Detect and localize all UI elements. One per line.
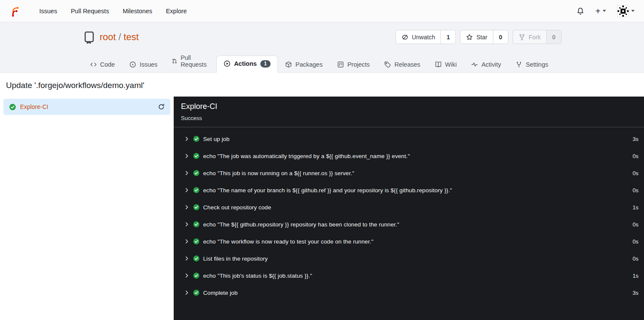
step-row[interactable]: Set up job 3s [174,130,644,147]
step-row[interactable]: echo "The job was automatically triggere… [174,147,644,164]
step-row[interactable]: Check out repository code 1s [174,199,644,216]
nav-link-pull-requests[interactable]: Pull Requests [64,4,116,18]
fork-icon [519,34,525,41]
step-duration: 0s [632,170,638,176]
tab-wiki[interactable]: Wiki [428,56,464,73]
tab-label: Activity [481,61,501,68]
step-name: echo "The job was automatically triggere… [203,153,410,159]
chevron-right-icon[interactable] [184,290,190,296]
job-title: Explore-CI [181,102,637,111]
forgejo-logo-icon[interactable] [9,6,20,17]
repo-owner-link[interactable]: root [100,32,116,43]
chevron-right-icon[interactable] [184,170,190,176]
tab-label: Actions [234,60,256,67]
chevron-down-icon [603,10,606,12]
chevron-right-icon[interactable] [184,255,190,261]
chevron-right-icon[interactable] [184,187,190,193]
step-duration: 0s [632,221,638,228]
tab-label: Settings [526,61,548,68]
step-row[interactable]: List files in the repository 0s [174,250,644,267]
tab-pull-requests[interactable]: Pull Requests [165,50,216,73]
repo-header: root / test Unwatch 1 [0,22,644,73]
nav-link-explore[interactable]: Explore [159,4,194,18]
chevron-down-icon [631,10,635,12]
chevron-right-icon[interactable] [184,153,190,159]
breadcrumb-separator: / [118,32,121,43]
tab-label: Code [100,61,115,68]
step-name: echo "The name of your branch is ${{ git… [203,187,452,194]
avatar [617,5,629,17]
actions-count-badge: 1 [260,60,271,68]
repo-name-link[interactable]: test [124,32,139,43]
step-row[interactable]: echo "The name of your branch is ${{ git… [174,182,644,199]
jobs-sidebar: Explore-CI [0,97,174,320]
tab-label: Projects [347,61,370,68]
navbar-right: + [577,5,635,17]
tab-label: Pull Requests [181,54,209,68]
sidebar-job-explore-ci[interactable]: Explore-CI [3,99,170,115]
step-row[interactable]: echo "The workflow is now ready to test … [174,233,644,250]
star-label: Star [476,34,487,41]
job-log-header: Explore-CI Success [174,97,644,127]
check-circle-icon [193,238,200,245]
workflow-run-view: Explore-CI Explore-CI Success Set up job… [0,97,644,320]
job-status-text: Success [181,115,637,121]
check-circle-icon [193,272,200,279]
chevron-right-icon[interactable] [184,273,190,279]
check-circle-icon [193,170,200,176]
tab-activity[interactable]: Activity [464,56,508,73]
create-new-button[interactable]: + [595,7,606,15]
check-circle-icon [193,255,200,262]
step-row[interactable]: echo "This job's status is ${{ job.statu… [174,267,644,284]
refresh-icon[interactable] [158,103,165,110]
tab-settings[interactable]: Settings [508,56,555,73]
step-row[interactable]: echo "The ${{ github.repository }} repos… [174,216,644,233]
step-name: echo "The workflow is now ready to test … [203,238,373,245]
tab-code[interactable]: Code [83,56,122,73]
step-duration: 1s [632,204,638,211]
tab-issues[interactable]: Issues [122,56,165,73]
fork-button: Fork 0 [513,30,562,44]
check-circle-icon [193,204,200,211]
tab-label: Issues [140,61,157,68]
plus-icon: + [595,7,600,15]
repo-tabs: Code Issues Pull Requests Actions 1 Pack… [83,50,562,73]
step-row[interactable]: echo "This job is now running on a ${{ r… [174,164,644,182]
notifications-bell-icon[interactable] [577,7,584,15]
unwatch-button[interactable]: Unwatch 1 [396,30,456,44]
tab-releases[interactable]: Releases [377,56,427,73]
nav-link-issues[interactable]: Issues [32,4,64,18]
step-duration: 3s [632,136,638,142]
check-circle-icon [193,289,200,296]
tab-projects[interactable]: Projects [330,56,377,73]
watch-count[interactable]: 1 [440,30,455,44]
step-duration: 3s [632,290,638,296]
user-menu[interactable] [617,5,635,17]
tab-label: Packages [295,61,323,68]
star-icon [466,34,473,41]
step-duration: 0s [632,255,638,262]
check-circle-icon [9,103,16,111]
chevron-right-icon[interactable] [184,136,190,142]
step-name: Complete job [203,290,238,296]
tab-actions[interactable]: Actions 1 [216,56,278,73]
step-row[interactable]: Complete job 3s [174,284,644,301]
tab-label: Releases [394,61,420,68]
chevron-right-icon[interactable] [184,221,190,227]
tab-label: Wiki [445,61,457,68]
breadcrumb: root / test [100,32,139,43]
repo-action-buttons: Unwatch 1 Star 0 [391,30,562,44]
chevron-right-icon[interactable] [184,238,190,244]
chevron-right-icon[interactable] [184,204,190,210]
check-circle-icon [193,153,200,159]
eye-slash-icon [402,34,408,41]
step-name: echo "This job is now running on a ${{ r… [203,170,354,176]
star-count[interactable]: 0 [493,30,508,44]
repo-book-icon [83,31,96,44]
nav-link-milestones[interactable]: Milestones [116,4,159,18]
fork-count: 0 [546,30,561,44]
star-button[interactable]: Star 0 [460,30,508,44]
step-duration: 0s [632,187,638,194]
job-steps-list: Set up job 3s echo "The job was automati… [174,127,644,301]
tab-packages[interactable]: Packages [278,56,330,73]
